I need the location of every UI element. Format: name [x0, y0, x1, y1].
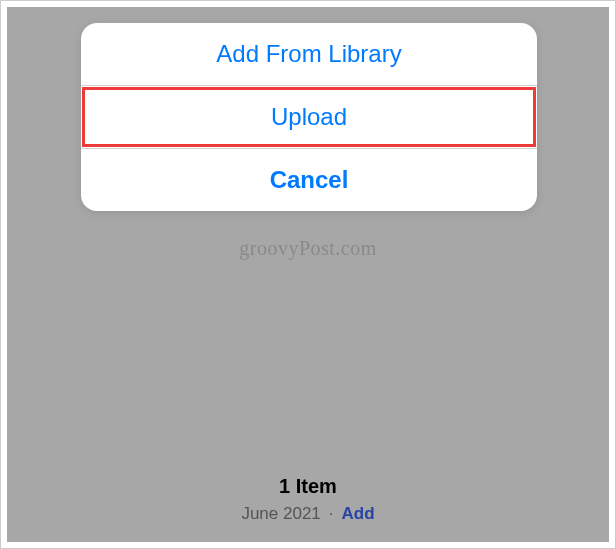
cancel-button[interactable]: Cancel [81, 149, 537, 211]
date-label: June 2021 [241, 504, 320, 524]
separator-dot: · [329, 504, 334, 524]
add-from-library-button[interactable]: Add From Library [81, 23, 537, 85]
bottom-info: 1 Item June 2021 · Add [7, 475, 609, 524]
background-area: Add From Library Upload Cancel groovyPos… [7, 7, 609, 542]
screenshot-frame: Add From Library Upload Cancel groovyPos… [0, 0, 616, 549]
item-count-label: 1 Item [7, 475, 609, 498]
add-link[interactable]: Add [342, 504, 375, 524]
add-from-library-label: Add From Library [216, 40, 401, 68]
date-row: June 2021 · Add [7, 504, 609, 524]
upload-button[interactable]: Upload [81, 86, 537, 148]
cancel-label: Cancel [270, 166, 349, 194]
upload-label: Upload [271, 103, 347, 131]
watermark-text: groovyPost.com [7, 237, 609, 260]
action-sheet: Add From Library Upload Cancel [81, 23, 537, 211]
